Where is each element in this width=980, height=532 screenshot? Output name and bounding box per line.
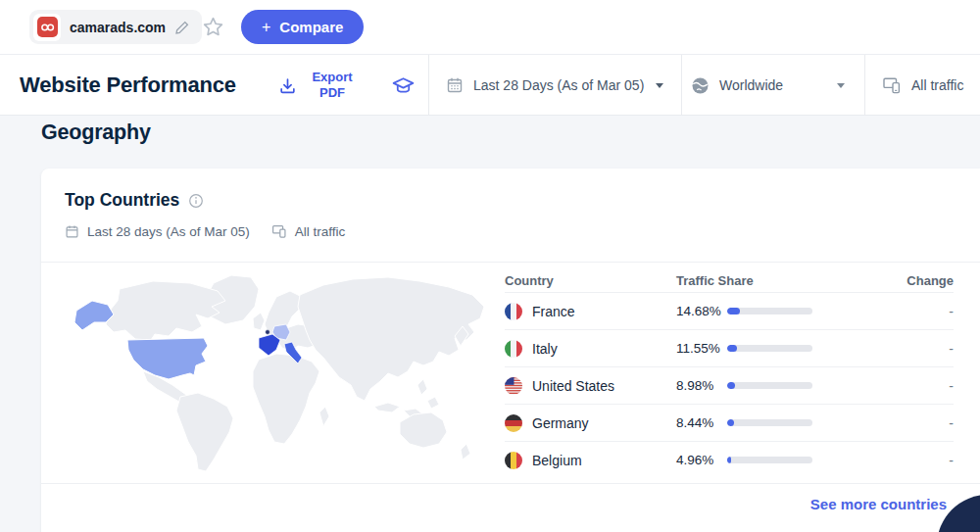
card-title: Top Countries bbox=[65, 190, 179, 211]
top-bar: camarads.com + Compare bbox=[0, 0, 980, 55]
export-pdf-button[interactable]: Export PDF bbox=[278, 55, 359, 116]
table-row[interactable]: Germany 8.44% - bbox=[505, 404, 954, 441]
change-value: - bbox=[949, 304, 954, 319]
learn-graduation-cap-icon[interactable] bbox=[390, 73, 416, 99]
card-date-label: Last 28 days (As of Mar 05) bbox=[87, 224, 250, 239]
traffic-share-value: 8.98% bbox=[676, 378, 727, 393]
region-filter[interactable]: Worldwide bbox=[691, 55, 862, 116]
export-pdf-label: Export PDF bbox=[306, 70, 359, 100]
divider bbox=[428, 55, 429, 116]
compare-button-label: Compare bbox=[279, 19, 343, 35]
change-value: - bbox=[949, 415, 954, 431]
divider bbox=[41, 262, 980, 263]
country-flag-icon bbox=[505, 414, 522, 432]
page-title: Website Performance bbox=[20, 55, 236, 116]
country-name: Germany bbox=[532, 415, 589, 431]
section-title-geography: Geography bbox=[41, 121, 151, 145]
devices-icon bbox=[882, 75, 902, 95]
camarads-favicon-glyph bbox=[40, 20, 55, 34]
traffic-share-bar bbox=[727, 308, 812, 314]
traffic-share-value: 14.68% bbox=[676, 304, 727, 318]
edit-domain-icon[interactable] bbox=[174, 20, 190, 35]
calendar-icon bbox=[446, 76, 464, 94]
table-body: France 14.68% - Italy 11.55% - United St… bbox=[505, 292, 954, 478]
chevron-down-icon bbox=[837, 83, 845, 88]
divider bbox=[681, 55, 682, 116]
devices-icon bbox=[271, 223, 287, 239]
table-row[interactable]: Italy 11.55% - bbox=[505, 329, 954, 366]
table-row[interactable]: France 14.68% - bbox=[505, 292, 954, 329]
change-value: - bbox=[949, 341, 954, 357]
performance-header: Website Performance Export PDF bbox=[0, 55, 980, 116]
table-header-row: Country Traffic Share Change bbox=[505, 268, 954, 292]
divider bbox=[864, 55, 865, 116]
app-window: camarads.com + Compare Website Performan… bbox=[0, 0, 980, 532]
world-map[interactable] bbox=[59, 267, 490, 477]
favorite-star-icon[interactable] bbox=[200, 15, 225, 40]
globe-icon bbox=[691, 76, 710, 95]
date-range-value: Last 28 Days (As of Mar 05) bbox=[473, 77, 644, 93]
calendar-icon bbox=[65, 224, 79, 239]
card-traffic-label: All traffic bbox=[295, 224, 346, 239]
country-name: United States bbox=[532, 378, 614, 394]
see-more-countries-link[interactable]: See more countries bbox=[810, 496, 947, 512]
table-row[interactable]: United States 8.98% - bbox=[505, 366, 954, 404]
country-name: Belgium bbox=[532, 453, 582, 468]
domain-name: camarads.com bbox=[70, 20, 166, 35]
site-favicon bbox=[33, 14, 61, 41]
column-header-country: Country bbox=[505, 273, 676, 288]
card-filters-summary: Last 28 days (As of Mar 05) All traffic bbox=[65, 223, 345, 239]
country-flag-icon bbox=[505, 452, 522, 469]
download-icon bbox=[278, 76, 297, 95]
traffic-share-value: 8.44% bbox=[676, 415, 727, 430]
country-flag-icon bbox=[505, 303, 522, 320]
info-icon[interactable] bbox=[188, 193, 204, 209]
countries-table: Country Traffic Share Change France 14.6… bbox=[505, 268, 954, 478]
country-name: Italy bbox=[532, 341, 558, 357]
date-range-filter[interactable]: Last 28 Days (As of Mar 05) bbox=[446, 55, 663, 116]
change-value: - bbox=[949, 378, 954, 394]
country-name: France bbox=[532, 304, 575, 319]
traffic-channel-value: All traffic bbox=[911, 77, 963, 93]
plus-icon: + bbox=[262, 20, 270, 35]
table-row[interactable]: Belgium 4.96% - bbox=[505, 441, 954, 478]
chevron-down-icon bbox=[656, 83, 663, 88]
country-flag-icon bbox=[505, 377, 522, 395]
compare-button[interactable]: + Compare bbox=[241, 10, 364, 44]
traffic-share-bar bbox=[727, 457, 812, 463]
top-countries-card: Top Countries Last 28 days (As of Mar 05… bbox=[41, 169, 980, 532]
traffic-share-bar bbox=[727, 345, 812, 352]
domain-selector[interactable]: camarads.com bbox=[29, 10, 202, 44]
traffic-channel-filter[interactable]: All traffic bbox=[882, 55, 963, 116]
traffic-share-bar bbox=[727, 419, 812, 426]
divider bbox=[41, 483, 980, 484]
traffic-share-value: 11.55% bbox=[676, 341, 727, 356]
column-header-traffic-share: Traffic Share bbox=[676, 273, 906, 288]
country-flag-icon bbox=[505, 340, 522, 358]
column-header-change: Change bbox=[906, 273, 954, 288]
traffic-share-bar bbox=[727, 382, 812, 389]
traffic-share-value: 4.96% bbox=[676, 453, 727, 467]
change-value: - bbox=[949, 453, 954, 468]
region-value: Worldwide bbox=[719, 77, 783, 93]
